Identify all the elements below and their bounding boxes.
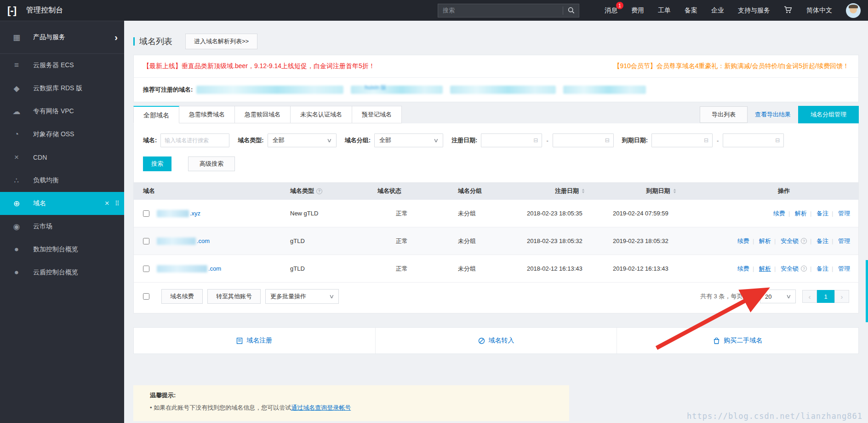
- exp-date-end-input[interactable]: ⊟: [723, 133, 784, 147]
- reg-date-start-input[interactable]: ⊟: [481, 133, 542, 147]
- tab-unverified[interactable]: 未实名认证域名: [291, 106, 352, 123]
- sidebar-item-rds[interactable]: ◆ 云数据库 RDS 版: [0, 77, 124, 100]
- next-page-button[interactable]: ›: [834, 290, 849, 303]
- row-checkbox[interactable]: [143, 210, 149, 217]
- current-page-button[interactable]: 1: [817, 290, 834, 303]
- col-exp-date: 到期日期 ▲▼: [613, 187, 709, 195]
- remark-link[interactable]: 备注: [817, 265, 828, 272]
- domain-link[interactable]: .com: [197, 238, 210, 244]
- sidebar-item-slb[interactable]: ∴ 负载均衡: [0, 169, 124, 192]
- manage-link[interactable]: 管理: [838, 238, 850, 244]
- advanced-search-button[interactable]: 高级搜索: [188, 156, 235, 171]
- security-lock-link[interactable]: 安全锁: [781, 265, 799, 272]
- status-text: 正常: [377, 209, 458, 218]
- calendar-icon: ⊟: [704, 137, 708, 144]
- renew-link[interactable]: 续费: [773, 210, 785, 217]
- date-separator: -: [546, 137, 548, 144]
- renew-link[interactable]: 续费: [737, 238, 749, 244]
- tab-preregister[interactable]: 预登记域名: [352, 106, 402, 123]
- domain-search-input[interactable]: [160, 133, 229, 147]
- search-icon[interactable]: [563, 4, 579, 17]
- search-button[interactable]: 搜索: [143, 156, 171, 171]
- export-list-button[interactable]: 导出列表: [700, 106, 748, 123]
- group-select[interactable]: 全部 ∨: [374, 133, 443, 147]
- nav-support[interactable]: 支持与服务: [738, 6, 770, 15]
- cart-icon[interactable]: [784, 6, 793, 15]
- manage-link[interactable]: 管理: [838, 210, 850, 217]
- goto-dns-list-button[interactable]: 进入域名解析列表>>: [185, 34, 257, 49]
- type-select[interactable]: 全部 ∨: [268, 133, 337, 147]
- feedback-widget-edge[interactable]: [866, 260, 868, 322]
- sidebar-item-domain[interactable]: ⊕ 域名 × ⠿: [0, 192, 124, 215]
- sort-icon[interactable]: ▲▼: [673, 188, 676, 194]
- col-domain: 域名: [134, 187, 290, 195]
- remark-link[interactable]: 备注: [817, 210, 828, 217]
- sidebar-item-shujia[interactable]: ● 数加控制台概览: [0, 238, 124, 261]
- reg-date-end-input[interactable]: ⊟: [553, 133, 614, 147]
- tab-redeem-soon[interactable]: 急需赎回域名: [235, 106, 291, 123]
- sort-icon[interactable]: ▲▼: [582, 188, 585, 194]
- resolve-link[interactable]: 解析: [759, 238, 771, 244]
- page-size-select[interactable]: 20 ∨: [760, 290, 796, 303]
- nav-billing[interactable]: 费用: [631, 6, 644, 15]
- globe-icon: ⊕: [0, 199, 33, 209]
- help-icon[interactable]: ?: [801, 238, 807, 244]
- tab-renew-soon[interactable]: 急需续费域名: [179, 106, 235, 123]
- exp-date-start-input[interactable]: ⊟: [651, 133, 713, 147]
- help-icon[interactable]: ?: [316, 188, 322, 194]
- cloud-icon: ☁: [0, 107, 33, 116]
- nav-ticket[interactable]: 工单: [658, 6, 671, 15]
- resolve-link[interactable]: 解析: [759, 265, 771, 272]
- row-checkbox[interactable]: [143, 266, 149, 272]
- sidebar-item-vpc[interactable]: ☁ 专有网络 VPC: [0, 100, 124, 123]
- type-filter-label: 域名类型:: [238, 136, 263, 145]
- drag-handle-icon[interactable]: ⠿: [115, 200, 120, 207]
- sidebar-item-cdn[interactable]: × CDN: [0, 146, 124, 169]
- renew-link[interactable]: 续费: [737, 265, 749, 272]
- circle-icon: ●: [0, 245, 33, 254]
- query-login-account-link[interactable]: 通过域名查询登录帐号: [291, 404, 351, 411]
- col-type: 域名类型?: [290, 187, 377, 195]
- prev-page-button[interactable]: ‹: [802, 290, 817, 303]
- buy-secondhand-domain-link[interactable]: 购买二手域名: [617, 328, 858, 353]
- batch-renew-button[interactable]: 域名续费: [161, 289, 203, 304]
- domain-register-link[interactable]: 域名注册: [134, 328, 375, 353]
- help-icon[interactable]: ?: [801, 266, 807, 272]
- alibaba-cloud-logo-icon[interactable]: [-]: [7, 5, 16, 17]
- manage-link[interactable]: 管理: [838, 265, 850, 272]
- view-export-result-link[interactable]: 查看导出结果: [755, 110, 791, 119]
- nav-beian[interactable]: 备案: [685, 6, 697, 15]
- domain-transfer-in-link[interactable]: 域名转入: [375, 328, 617, 353]
- sidebar-item-products[interactable]: ▦ 产品与服务 ›: [0, 21, 124, 54]
- batch-transfer-button[interactable]: 转至其他账号: [207, 289, 261, 304]
- console-title[interactable]: 管理控制台: [26, 6, 63, 15]
- nav-language[interactable]: 简体中文: [806, 6, 832, 15]
- select-all-checkbox[interactable]: [143, 293, 149, 300]
- promo-red-text[interactable]: 【最新上线】垂直品类新顶级域.beer，9.12-9.14上线短促，白金词注册首…: [143, 62, 375, 70]
- csdn-watermark: https://blog.csdn.net/lianzhang861: [687, 411, 862, 421]
- total-count: 3: [714, 293, 717, 300]
- toolbar: 导出列表 查看导出结果 域名分组管理: [700, 106, 859, 123]
- col-group: 域名分组: [458, 187, 527, 195]
- remark-link[interactable]: 备注: [817, 238, 828, 244]
- global-search[interactable]: [438, 4, 579, 17]
- nav-message[interactable]: 消息 1: [605, 6, 617, 15]
- sidebar-item-ecs[interactable]: ≡ 云服务器 ECS: [0, 54, 124, 77]
- avatar[interactable]: [846, 3, 861, 18]
- sidebar-item-yundun[interactable]: ● 云盾控制台概览: [0, 261, 124, 284]
- nav-enterprise[interactable]: 企业: [711, 6, 724, 15]
- search-input[interactable]: [438, 7, 563, 14]
- promo-orange-text[interactable]: 【910会员节】会员尊享域名4重豪礼：新购满减/会员特价/白金词5折起/续费回馈…: [613, 62, 849, 70]
- domain-link[interactable]: .com: [208, 265, 221, 272]
- tab-all-domains[interactable]: 全部域名: [133, 106, 179, 123]
- domain-link[interactable]: .xyz: [190, 210, 200, 217]
- more-batch-select[interactable]: 更多批量操作 ∨: [265, 289, 339, 304]
- sidebar-item-oss[interactable]: ◔ 对象存储 OSS: [0, 123, 124, 146]
- security-lock-link[interactable]: 安全锁: [781, 238, 799, 244]
- batch-action-row: 域名续费 转至其他账号 更多批量操作 ∨ 共有 3 条，每页显示: 20 ∨: [134, 283, 858, 313]
- sidebar-item-market[interactable]: ◉ 云市场: [0, 215, 124, 238]
- row-checkbox[interactable]: [143, 238, 149, 244]
- close-icon[interactable]: ×: [105, 199, 109, 208]
- domain-group-manage-button[interactable]: 域名分组管理: [798, 106, 859, 123]
- resolve-link[interactable]: 解析: [795, 210, 807, 217]
